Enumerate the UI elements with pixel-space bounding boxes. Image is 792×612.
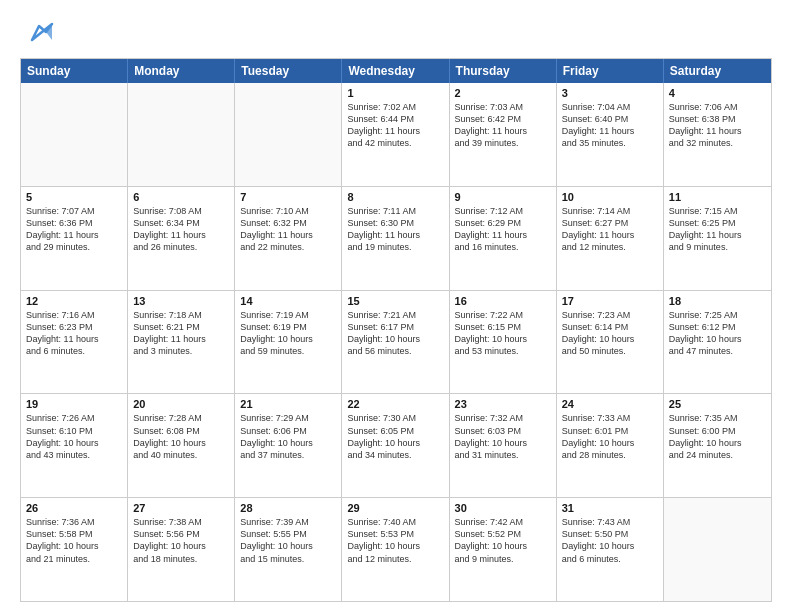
day-cell: 6Sunrise: 7:08 AM Sunset: 6:34 PM Daylig… bbox=[128, 187, 235, 290]
day-info: Sunrise: 7:08 AM Sunset: 6:34 PM Dayligh… bbox=[133, 205, 229, 254]
day-info: Sunrise: 7:26 AM Sunset: 6:10 PM Dayligh… bbox=[26, 412, 122, 461]
week-row-5: 26Sunrise: 7:36 AM Sunset: 5:58 PM Dayli… bbox=[21, 497, 771, 601]
calendar: SundayMondayTuesdayWednesdayThursdayFrid… bbox=[20, 58, 772, 602]
day-info: Sunrise: 7:19 AM Sunset: 6:19 PM Dayligh… bbox=[240, 309, 336, 358]
day-info: Sunrise: 7:14 AM Sunset: 6:27 PM Dayligh… bbox=[562, 205, 658, 254]
day-header-wednesday: Wednesday bbox=[342, 59, 449, 83]
day-cell: 28Sunrise: 7:39 AM Sunset: 5:55 PM Dayli… bbox=[235, 498, 342, 601]
weeks: 1Sunrise: 7:02 AM Sunset: 6:44 PM Daylig… bbox=[21, 83, 771, 601]
day-info: Sunrise: 7:22 AM Sunset: 6:15 PM Dayligh… bbox=[455, 309, 551, 358]
day-cell: 18Sunrise: 7:25 AM Sunset: 6:12 PM Dayli… bbox=[664, 291, 771, 394]
day-cell: 11Sunrise: 7:15 AM Sunset: 6:25 PM Dayli… bbox=[664, 187, 771, 290]
day-cell: 27Sunrise: 7:38 AM Sunset: 5:56 PM Dayli… bbox=[128, 498, 235, 601]
day-number: 30 bbox=[455, 502, 551, 514]
day-number: 21 bbox=[240, 398, 336, 410]
day-number: 17 bbox=[562, 295, 658, 307]
day-info: Sunrise: 7:04 AM Sunset: 6:40 PM Dayligh… bbox=[562, 101, 658, 150]
day-info: Sunrise: 7:23 AM Sunset: 6:14 PM Dayligh… bbox=[562, 309, 658, 358]
day-cell: 24Sunrise: 7:33 AM Sunset: 6:01 PM Dayli… bbox=[557, 394, 664, 497]
day-number: 13 bbox=[133, 295, 229, 307]
day-cell bbox=[235, 83, 342, 186]
week-row-3: 12Sunrise: 7:16 AM Sunset: 6:23 PM Dayli… bbox=[21, 290, 771, 394]
day-cell: 20Sunrise: 7:28 AM Sunset: 6:08 PM Dayli… bbox=[128, 394, 235, 497]
day-number: 7 bbox=[240, 191, 336, 203]
day-number: 10 bbox=[562, 191, 658, 203]
day-cell: 8Sunrise: 7:11 AM Sunset: 6:30 PM Daylig… bbox=[342, 187, 449, 290]
day-number: 14 bbox=[240, 295, 336, 307]
week-row-4: 19Sunrise: 7:26 AM Sunset: 6:10 PM Dayli… bbox=[21, 393, 771, 497]
day-number: 5 bbox=[26, 191, 122, 203]
day-cell: 12Sunrise: 7:16 AM Sunset: 6:23 PM Dayli… bbox=[21, 291, 128, 394]
day-info: Sunrise: 7:33 AM Sunset: 6:01 PM Dayligh… bbox=[562, 412, 658, 461]
page: SundayMondayTuesdayWednesdayThursdayFrid… bbox=[0, 0, 792, 612]
day-info: Sunrise: 7:11 AM Sunset: 6:30 PM Dayligh… bbox=[347, 205, 443, 254]
day-info: Sunrise: 7:18 AM Sunset: 6:21 PM Dayligh… bbox=[133, 309, 229, 358]
day-info: Sunrise: 7:39 AM Sunset: 5:55 PM Dayligh… bbox=[240, 516, 336, 565]
day-header-saturday: Saturday bbox=[664, 59, 771, 83]
week-row-1: 1Sunrise: 7:02 AM Sunset: 6:44 PM Daylig… bbox=[21, 83, 771, 186]
day-number: 31 bbox=[562, 502, 658, 514]
day-cell: 4Sunrise: 7:06 AM Sunset: 6:38 PM Daylig… bbox=[664, 83, 771, 186]
logo bbox=[20, 18, 54, 48]
day-cell bbox=[21, 83, 128, 186]
day-info: Sunrise: 7:40 AM Sunset: 5:53 PM Dayligh… bbox=[347, 516, 443, 565]
day-info: Sunrise: 7:15 AM Sunset: 6:25 PM Dayligh… bbox=[669, 205, 766, 254]
day-number: 25 bbox=[669, 398, 766, 410]
day-number: 27 bbox=[133, 502, 229, 514]
day-info: Sunrise: 7:30 AM Sunset: 6:05 PM Dayligh… bbox=[347, 412, 443, 461]
day-number: 26 bbox=[26, 502, 122, 514]
day-info: Sunrise: 7:07 AM Sunset: 6:36 PM Dayligh… bbox=[26, 205, 122, 254]
day-number: 3 bbox=[562, 87, 658, 99]
week-row-2: 5Sunrise: 7:07 AM Sunset: 6:36 PM Daylig… bbox=[21, 186, 771, 290]
header bbox=[20, 18, 772, 48]
day-info: Sunrise: 7:12 AM Sunset: 6:29 PM Dayligh… bbox=[455, 205, 551, 254]
day-info: Sunrise: 7:10 AM Sunset: 6:32 PM Dayligh… bbox=[240, 205, 336, 254]
day-info: Sunrise: 7:42 AM Sunset: 5:52 PM Dayligh… bbox=[455, 516, 551, 565]
day-info: Sunrise: 7:43 AM Sunset: 5:50 PM Dayligh… bbox=[562, 516, 658, 565]
day-number: 4 bbox=[669, 87, 766, 99]
day-info: Sunrise: 7:25 AM Sunset: 6:12 PM Dayligh… bbox=[669, 309, 766, 358]
day-cell: 5Sunrise: 7:07 AM Sunset: 6:36 PM Daylig… bbox=[21, 187, 128, 290]
day-headers: SundayMondayTuesdayWednesdayThursdayFrid… bbox=[21, 59, 771, 83]
day-info: Sunrise: 7:29 AM Sunset: 6:06 PM Dayligh… bbox=[240, 412, 336, 461]
day-info: Sunrise: 7:06 AM Sunset: 6:38 PM Dayligh… bbox=[669, 101, 766, 150]
day-info: Sunrise: 7:36 AM Sunset: 5:58 PM Dayligh… bbox=[26, 516, 122, 565]
day-cell bbox=[664, 498, 771, 601]
day-cell: 22Sunrise: 7:30 AM Sunset: 6:05 PM Dayli… bbox=[342, 394, 449, 497]
day-cell: 19Sunrise: 7:26 AM Sunset: 6:10 PM Dayli… bbox=[21, 394, 128, 497]
day-header-monday: Monday bbox=[128, 59, 235, 83]
logo-icon bbox=[24, 18, 54, 48]
day-number: 24 bbox=[562, 398, 658, 410]
day-cell: 10Sunrise: 7:14 AM Sunset: 6:27 PM Dayli… bbox=[557, 187, 664, 290]
day-number: 19 bbox=[26, 398, 122, 410]
day-info: Sunrise: 7:28 AM Sunset: 6:08 PM Dayligh… bbox=[133, 412, 229, 461]
day-number: 15 bbox=[347, 295, 443, 307]
day-number: 16 bbox=[455, 295, 551, 307]
day-cell: 13Sunrise: 7:18 AM Sunset: 6:21 PM Dayli… bbox=[128, 291, 235, 394]
day-cell: 31Sunrise: 7:43 AM Sunset: 5:50 PM Dayli… bbox=[557, 498, 664, 601]
day-header-thursday: Thursday bbox=[450, 59, 557, 83]
day-number: 9 bbox=[455, 191, 551, 203]
day-cell: 23Sunrise: 7:32 AM Sunset: 6:03 PM Dayli… bbox=[450, 394, 557, 497]
day-number: 29 bbox=[347, 502, 443, 514]
day-number: 12 bbox=[26, 295, 122, 307]
day-cell bbox=[128, 83, 235, 186]
day-cell: 9Sunrise: 7:12 AM Sunset: 6:29 PM Daylig… bbox=[450, 187, 557, 290]
day-cell: 2Sunrise: 7:03 AM Sunset: 6:42 PM Daylig… bbox=[450, 83, 557, 186]
day-cell: 17Sunrise: 7:23 AM Sunset: 6:14 PM Dayli… bbox=[557, 291, 664, 394]
day-header-sunday: Sunday bbox=[21, 59, 128, 83]
day-header-tuesday: Tuesday bbox=[235, 59, 342, 83]
day-info: Sunrise: 7:03 AM Sunset: 6:42 PM Dayligh… bbox=[455, 101, 551, 150]
day-cell: 15Sunrise: 7:21 AM Sunset: 6:17 PM Dayli… bbox=[342, 291, 449, 394]
day-cell: 25Sunrise: 7:35 AM Sunset: 6:00 PM Dayli… bbox=[664, 394, 771, 497]
day-cell: 26Sunrise: 7:36 AM Sunset: 5:58 PM Dayli… bbox=[21, 498, 128, 601]
day-number: 8 bbox=[347, 191, 443, 203]
day-number: 20 bbox=[133, 398, 229, 410]
day-info: Sunrise: 7:35 AM Sunset: 6:00 PM Dayligh… bbox=[669, 412, 766, 461]
day-cell: 16Sunrise: 7:22 AM Sunset: 6:15 PM Dayli… bbox=[450, 291, 557, 394]
day-cell: 21Sunrise: 7:29 AM Sunset: 6:06 PM Dayli… bbox=[235, 394, 342, 497]
day-info: Sunrise: 7:02 AM Sunset: 6:44 PM Dayligh… bbox=[347, 101, 443, 150]
day-number: 1 bbox=[347, 87, 443, 99]
day-number: 23 bbox=[455, 398, 551, 410]
day-header-friday: Friday bbox=[557, 59, 664, 83]
